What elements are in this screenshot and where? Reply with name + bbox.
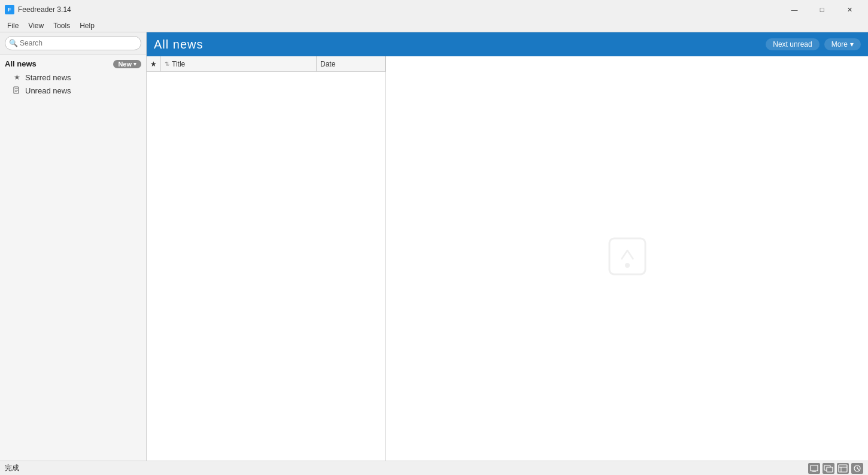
next-unread-button[interactable]: Next unread [766, 38, 819, 50]
svg-rect-11 [839, 465, 847, 472]
col-title-label: Title [172, 60, 185, 68]
col-date-label: Date [320, 60, 335, 68]
more-button[interactable]: More ▾ [824, 38, 861, 50]
news-list-body [147, 72, 386, 461]
app-title: Feedreader 3.14 [18, 5, 781, 14]
status-bar: 完成 [0, 461, 868, 475]
sidebar-list: All news New ▾ ★ Starred news [0, 55, 146, 461]
top-bar: All news Next unread More ▾ [147, 32, 868, 56]
star-icon: ★ [12, 72, 22, 82]
svg-point-5 [625, 263, 630, 268]
app-icon: F [5, 5, 14, 14]
menu-item-help[interactable]: Help [75, 20, 99, 31]
svg-line-16 [857, 468, 859, 470]
all-news-label: All news [5, 59, 37, 68]
status-icons [808, 463, 863, 474]
window-controls: — □ ✕ [781, 0, 863, 19]
all-news-section-header: All news New ▾ [0, 57, 146, 71]
menu-item-view[interactable]: View [23, 20, 48, 31]
unread-news-label: Unread news [25, 86, 71, 95]
col-header-title[interactable]: ⇅ Title [161, 56, 317, 71]
preview-watermark [603, 232, 651, 285]
top-bar-actions: Next unread More ▾ [766, 38, 861, 50]
new-badge-label: New [118, 60, 132, 68]
watermark-icon [603, 232, 651, 280]
title-bar: F Feedreader 3.14 — □ ✕ [0, 0, 868, 19]
search-container: 🔍 [0, 32, 146, 55]
close-button[interactable]: ✕ [836, 0, 863, 19]
top-bar-title: All news [154, 38, 766, 52]
star-col-icon: ★ [150, 60, 157, 68]
new-badge[interactable]: New ▾ [113, 60, 141, 68]
svg-rect-6 [811, 465, 818, 471]
svg-rect-4 [609, 238, 645, 274]
starred-news-label: Starred news [25, 73, 71, 82]
menu-bar: FileViewToolsHelp [0, 19, 868, 32]
status-icon-3 [837, 463, 849, 474]
news-list: ★ ⇅ Title Date [147, 56, 386, 461]
status-icon-1 [808, 463, 820, 474]
sidebar-item-unread-news[interactable]: Unread news [0, 84, 146, 97]
col-header-star[interactable]: ★ [147, 56, 161, 71]
status-icon-4 [851, 463, 863, 474]
sidebar: 🔍 All news New ▾ ★ Starred news [0, 32, 147, 461]
right-panel: All news Next unread More ▾ ★ ⇅ [147, 32, 868, 461]
search-wrapper: 🔍 [5, 36, 141, 50]
main-area: 🔍 All news New ▾ ★ Starred news [0, 32, 868, 461]
content-area: ★ ⇅ Title Date [147, 56, 868, 461]
more-arrow-icon: ▾ [850, 40, 854, 49]
more-label: More [831, 40, 848, 49]
maximize-button[interactable]: □ [808, 0, 836, 19]
preview-panel[interactable] [386, 56, 868, 461]
new-badge-arrow: ▾ [133, 61, 136, 67]
document-icon [12, 86, 22, 95]
sort-icon: ⇅ [165, 60, 169, 67]
minimize-button[interactable]: — [781, 0, 808, 19]
status-text: 完成 [5, 463, 19, 473]
col-header-date[interactable]: Date [317, 56, 386, 71]
menu-item-tools[interactable]: Tools [48, 20, 75, 31]
news-list-header: ★ ⇅ Title Date [147, 56, 386, 72]
svg-rect-10 [827, 467, 833, 472]
status-icon-2 [823, 463, 834, 474]
sidebar-item-starred-news[interactable]: ★ Starred news [0, 71, 146, 84]
menu-item-file[interactable]: File [2, 20, 23, 31]
search-input[interactable] [5, 36, 141, 50]
